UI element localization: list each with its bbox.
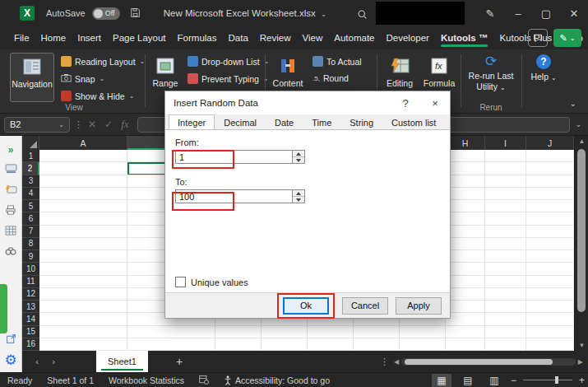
close-button[interactable]: ✕	[560, 7, 588, 20]
dialog-tab-date[interactable]: Date	[266, 114, 303, 129]
dropdown-list-button[interactable]: Drop-down List⌄	[188, 56, 269, 67]
row-header-7[interactable]: 7	[22, 226, 39, 238]
ribbon-tab-automate[interactable]: Automate	[328, 28, 380, 49]
page-layout-view-button[interactable]: ▤	[458, 374, 478, 387]
zoom-slider[interactable]	[523, 380, 572, 380]
search-icon[interactable]	[348, 7, 376, 19]
to-input[interactable]: 100	[175, 189, 293, 203]
expand-pane-icon[interactable]: »	[8, 145, 14, 155]
dialog-tab-custom-list[interactable]: Custom list	[382, 114, 445, 129]
dialog-tab-string[interactable]: String	[340, 114, 382, 129]
row-header-11[interactable]: 11	[22, 276, 39, 288]
printer-icon[interactable]	[5, 205, 16, 217]
workbook-statistics[interactable]: Workbook Statistics	[101, 375, 192, 385]
pane-toggle-handle[interactable]	[0, 284, 7, 333]
spin-down-icon[interactable]	[293, 157, 304, 163]
horizontal-scroll-thumb[interactable]	[405, 359, 553, 365]
unique-values-checkbox[interactable]	[175, 277, 186, 287]
select-all-corner[interactable]	[22, 136, 39, 150]
confirm-entry-icon[interactable]: ✓	[104, 119, 113, 130]
zoom-in-button[interactable]: +	[579, 375, 585, 386]
content-button[interactable]: Content	[270, 53, 306, 91]
find-binoculars-icon[interactable]	[5, 246, 16, 257]
display-settings-icon[interactable]	[192, 375, 216, 386]
row-header-2[interactable]: 2	[22, 162, 39, 175]
spin-up-icon[interactable]	[293, 190, 304, 197]
ribbon-tab-insert[interactable]: Insert	[72, 28, 107, 49]
worksheets-pane-icon[interactable]	[5, 164, 17, 175]
formula-button[interactable]: fx Formula	[421, 53, 457, 91]
cancel-button[interactable]: Cancel	[342, 297, 388, 315]
next-sheet-icon[interactable]: ›	[45, 357, 62, 366]
from-input[interactable]: 1	[175, 150, 293, 164]
row-header-5[interactable]: 5	[22, 200, 39, 212]
scroll-right-icon[interactable]: ▶	[578, 358, 583, 366]
row-header-4[interactable]: 4	[22, 188, 39, 200]
normal-view-button[interactable]: ▦	[432, 374, 451, 387]
ribbon-tab-kutools[interactable]: Kutools ™	[435, 28, 494, 49]
row-header-1[interactable]: 1	[22, 150, 39, 162]
row-header-3[interactable]: 3	[22, 175, 39, 188]
help-button[interactable]: ? Help ⌄	[526, 51, 561, 85]
spin-down-icon[interactable]	[293, 197, 304, 203]
zoom-out-button[interactable]: −	[511, 375, 516, 386]
prev-sheet-icon[interactable]: ‹	[29, 357, 45, 366]
row-header-13[interactable]: 13	[22, 301, 39, 313]
column-header-j[interactable]: J	[526, 136, 574, 150]
snippets-pane-icon[interactable]	[5, 184, 17, 196]
add-sheet-button[interactable]: +	[176, 355, 183, 368]
formula-bar-expand-icon[interactable]: ⌄	[575, 120, 581, 128]
excel-logo-icon[interactable]: X	[20, 6, 35, 21]
ribbon-tab-review[interactable]: Review	[254, 28, 297, 49]
name-box[interactable]: B2⌄	[4, 117, 70, 133]
page-break-view-button[interactable]: ▥	[484, 374, 504, 387]
settings-gear-icon[interactable]: ⚙	[4, 352, 16, 369]
row-header-12[interactable]: 12	[22, 288, 39, 301]
horizontal-scrollbar[interactable]: ◀ ▶	[394, 357, 583, 366]
sheet-tab-sheet1[interactable]: Sheet1	[96, 351, 148, 372]
insert-function-icon[interactable]: fx	[121, 118, 128, 131]
ribbon-tab-home[interactable]: Home	[35, 28, 72, 49]
row-header-10[interactable]: 10	[22, 263, 39, 275]
autosave-toggle[interactable]: Off	[92, 7, 120, 20]
dialog-close-button[interactable]: ×	[420, 97, 450, 110]
sheet-options-dots-icon[interactable]: ⋮	[380, 357, 389, 367]
dialog-tab-integer[interactable]: Integer	[169, 114, 215, 129]
namebox-drag-dots[interactable]: ⋮	[74, 119, 84, 130]
scroll-down-icon[interactable]: ▼	[575, 342, 588, 349]
maximize-button[interactable]: ▢	[532, 7, 560, 20]
vertical-scroll-thumb[interactable]	[577, 149, 586, 312]
spin-up-icon[interactable]	[293, 151, 304, 157]
row-header-8[interactable]: 8	[22, 238, 39, 250]
column-header-a[interactable]: A	[39, 136, 127, 150]
column-list-pane-icon[interactable]	[5, 226, 16, 237]
apply-button[interactable]: Apply	[396, 297, 442, 315]
minimize-button[interactable]: –	[504, 7, 532, 20]
round-button[interactable]: .5, Round	[313, 73, 349, 83]
collapse-ribbon-icon[interactable]: ⌄	[570, 99, 576, 108]
prevent-typing-button[interactable]: Prevent Typing⌄	[188, 73, 269, 84]
ribbon-tab-page-layout[interactable]: Page Layout	[107, 28, 172, 49]
vertical-scrollbar[interactable]: ▲ ▼	[574, 136, 588, 351]
row-header-16[interactable]: 16	[22, 338, 39, 351]
zoom-slider-thumb[interactable]	[555, 376, 558, 384]
column-header-h[interactable]: H	[446, 136, 485, 150]
to-actual-button[interactable]: To Actual	[313, 56, 362, 67]
ribbon-tab-developer[interactable]: Developer	[380, 28, 434, 49]
from-spinner[interactable]	[293, 150, 305, 164]
share-button[interactable]: ✎⌄	[553, 29, 581, 47]
open-external-icon[interactable]	[6, 333, 16, 347]
column-header-i[interactable]: I	[485, 136, 526, 150]
dialog-help-button[interactable]: ?	[391, 97, 420, 110]
ok-button[interactable]: Ok	[283, 297, 329, 315]
draw-pen-icon[interactable]: ✎	[476, 7, 504, 20]
range-button[interactable]: Range	[150, 53, 181, 91]
ribbon-tab-formulas[interactable]: Formulas	[172, 28, 223, 49]
dialog-tab-decimal[interactable]: Decimal	[215, 114, 266, 129]
dialog-title-bar[interactable]: Insert Random Data ? ×	[165, 91, 450, 114]
scroll-up-icon[interactable]: ▲	[575, 138, 588, 145]
cancel-entry-icon[interactable]: ✕	[88, 119, 96, 130]
row-header-6[interactable]: 6	[22, 212, 39, 225]
document-title[interactable]: New Microsoft Excel Worksheet.xlsx⌄	[164, 8, 327, 18]
row-header-14[interactable]: 14	[22, 313, 39, 325]
